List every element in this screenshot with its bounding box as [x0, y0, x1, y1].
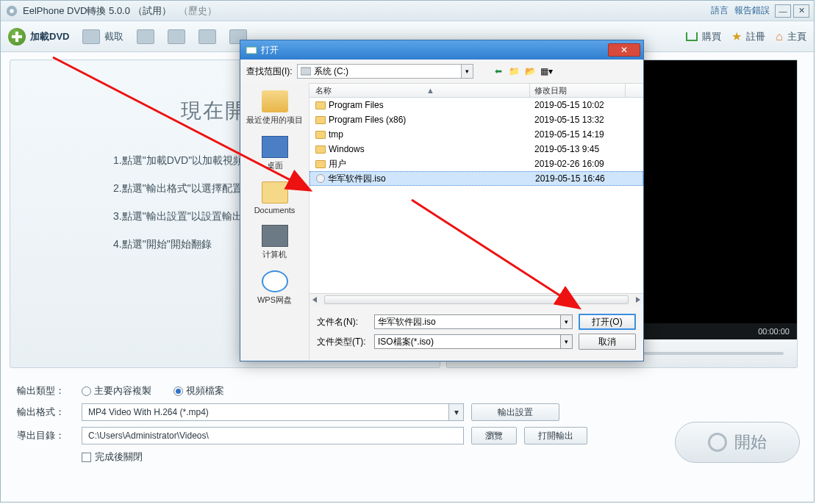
- newfolder-icon[interactable]: 📂: [525, 65, 537, 77]
- output-dir-field[interactable]: C:\Users\Administrator\Videos\: [82, 427, 464, 444]
- folder-icon: [315, 145, 326, 154]
- chevron-down-icon: ▾: [448, 404, 463, 420]
- star-icon: ★: [731, 29, 742, 43]
- fx-icon: [168, 29, 185, 44]
- filetype-combo[interactable]: ISO檔案(*.iso)▾: [374, 334, 573, 349]
- file-row[interactable]: Windows2019-05-13 9:45: [309, 142, 643, 156]
- start-button[interactable]: 開始: [675, 422, 800, 463]
- col-date[interactable]: 修改日期: [530, 84, 626, 97]
- cart-icon: [686, 32, 698, 41]
- output-type-label: 輸出類型：: [17, 384, 82, 397]
- scroll-thumb[interactable]: [324, 295, 629, 304]
- file-row[interactable]: 用户2019-02-26 16:09: [309, 156, 643, 171]
- back-icon[interactable]: ⬅: [493, 65, 504, 77]
- desktop-icon: [262, 136, 288, 158]
- file-row[interactable]: Program Files (x86)2019-05-15 13:32: [309, 112, 643, 127]
- scroll-right-icon[interactable]: [636, 297, 640, 303]
- filetype-label: 文件类型(T):: [317, 336, 368, 348]
- place-recent[interactable]: 最近使用的项目: [240, 86, 309, 132]
- drive-icon: [301, 67, 311, 76]
- viewmode-icon[interactable]: ▦▾: [541, 65, 553, 77]
- dialog-close-button[interactable]: ✕: [608, 43, 640, 57]
- place-documents[interactable]: Documents: [240, 177, 309, 220]
- svg-rect-3: [301, 68, 311, 75]
- horizontal-scrollbar[interactable]: [309, 293, 643, 306]
- lookin-label: 查找范围(I):: [246, 65, 293, 78]
- grab-button[interactable]: 截取: [82, 29, 124, 44]
- open-button[interactable]: 打开(O): [579, 314, 636, 330]
- up-icon[interactable]: 📁: [509, 65, 520, 77]
- file-list[interactable]: Program Files2019-05-15 10:02Program Fil…: [309, 98, 643, 293]
- computer-icon: [262, 225, 288, 247]
- dialog-icon: [246, 44, 257, 56]
- file-list-header: 名称▲ 修改日期: [309, 83, 643, 98]
- film-icon: [82, 29, 100, 44]
- tb-item-3[interactable]: [137, 29, 154, 44]
- app-title: EelPhone DVD轉換 5.0.0 （試用）: [23, 4, 171, 18]
- buy-button[interactable]: 購買: [686, 30, 721, 43]
- output-format-label: 輸出格式：: [17, 406, 82, 419]
- documents-icon: [262, 181, 288, 204]
- svg-point-1: [10, 9, 13, 12]
- dialog-titlebar: 打开 ✕: [240, 40, 643, 60]
- app-icon: [5, 4, 18, 18]
- radio-main-copy[interactable]: 主要內容複製: [82, 384, 151, 397]
- tb-item-5[interactable]: [198, 29, 216, 44]
- output-settings-button[interactable]: 輸出設置: [471, 403, 559, 421]
- language-link[interactable]: 語言: [711, 4, 729, 17]
- file-row[interactable]: Program Files2019-05-15 10:02: [309, 98, 643, 112]
- time-value: 00:00:00: [758, 327, 790, 336]
- browse-button[interactable]: 瀏覽: [471, 427, 517, 444]
- watermark-icon: [198, 29, 216, 44]
- folder-icon: [315, 116, 326, 124]
- recent-icon: [262, 90, 288, 112]
- open-output-button[interactable]: 打開輸出: [524, 427, 587, 444]
- file-row[interactable]: tmp2019-05-15 14:19: [309, 127, 643, 142]
- iso-icon: [316, 174, 325, 183]
- cloud-icon: [262, 270, 288, 292]
- close-after-label: 完成後關閉: [95, 450, 143, 464]
- filename-combo[interactable]: 华军软件园.iso▾: [374, 314, 573, 329]
- chevron-down-icon: ▾: [560, 315, 572, 328]
- filename-label: 文件名(N):: [317, 316, 368, 328]
- svg-rect-2: [246, 47, 257, 54]
- cancel-button[interactable]: 取消: [579, 334, 636, 350]
- places-sidebar: 最近使用的项目 桌面 Documents 计算机 WPS网盘: [240, 83, 309, 361]
- home-icon: ⌂: [776, 30, 783, 43]
- open-dialog: 打开 ✕ 查找范围(I): 系统 (C:) ▾ ⬅ 📁 📂 ▦▾ 最近使用的项目: [240, 40, 644, 361]
- report-bug-link[interactable]: 報告錯誤: [734, 4, 770, 17]
- place-desktop[interactable]: 桌面: [240, 132, 309, 177]
- titlebar: EelPhone DVD轉換 5.0.0 （試用） （歷史） 語言 報告錯誤 —…: [1, 1, 814, 21]
- plus-icon: [8, 28, 26, 46]
- radio-video-file[interactable]: 視頻檔案: [173, 384, 224, 397]
- chevron-down-icon: ▾: [461, 65, 473, 78]
- col-name[interactable]: 名称▲: [309, 84, 530, 97]
- file-row[interactable]: 华军软件园.iso2019-05-15 16:46: [309, 171, 643, 186]
- scroll-left-icon[interactable]: [312, 297, 317, 303]
- refresh-icon: [708, 433, 727, 452]
- minimize-button[interactable]: —: [775, 4, 791, 18]
- folder-icon: [315, 131, 326, 139]
- chevron-down-icon: ▾: [560, 335, 572, 348]
- drive-combo[interactable]: 系统 (C:) ▾: [297, 64, 473, 79]
- register-button[interactable]: ★註冊: [731, 29, 765, 43]
- output-format-combo[interactable]: MP4 Video With H.264 (*.mp4)▾: [82, 403, 464, 421]
- dialog-title: 打开: [261, 44, 279, 57]
- folder-icon: [315, 101, 326, 109]
- close-button[interactable]: ✕: [793, 4, 809, 18]
- history-link[interactable]: （歷史）: [179, 4, 217, 18]
- close-after-checkbox[interactable]: [82, 453, 91, 462]
- screen-icon: [137, 29, 154, 44]
- output-dir-label: 導出目錄：: [17, 429, 82, 442]
- load-dvd-label: 加載DVD: [30, 30, 69, 43]
- tb-item-4[interactable]: [168, 29, 185, 44]
- place-computer[interactable]: 计算机: [240, 220, 309, 266]
- lookin-row: 查找范围(I): 系统 (C:) ▾ ⬅ 📁 📂 ▦▾: [240, 60, 643, 83]
- folder-icon: [315, 160, 326, 168]
- place-wps[interactable]: WPS网盘: [240, 266, 309, 312]
- load-dvd-button[interactable]: 加載DVD: [8, 28, 69, 46]
- home-button[interactable]: ⌂主頁: [776, 30, 806, 43]
